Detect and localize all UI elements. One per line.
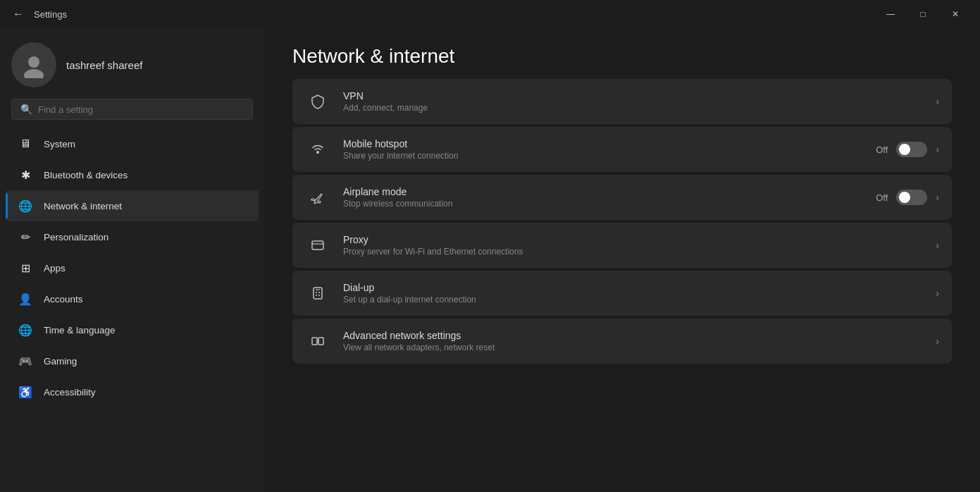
- chevron-icon-airplane: ›: [936, 192, 939, 203]
- accessibility-icon: ♿: [17, 383, 34, 400]
- sidebar-item-gaming[interactable]: 🎮 Gaming: [6, 345, 259, 376]
- setting-right-advanced: ›: [936, 336, 939, 347]
- content-area: Network & internet VPN Add, connect, man…: [264, 28, 980, 492]
- sidebar-item-bluetooth[interactable]: ✱ Bluetooth & devices: [6, 159, 259, 190]
- toggle-hotspot[interactable]: [896, 142, 927, 157]
- sidebar-nav: 🖥 System ✱ Bluetooth & devices 🌐 Network…: [0, 128, 264, 407]
- sidebar-item-accessibility[interactable]: ♿ Accessibility: [6, 376, 259, 407]
- page-title: Network & internet: [264, 28, 980, 79]
- setting-right-airplane: Off ›: [876, 190, 939, 205]
- setting-right-vpn: ›: [936, 96, 939, 107]
- svg-point-9: [316, 295, 317, 296]
- setting-title-vpn: VPN: [343, 90, 923, 102]
- user-profile[interactable]: tashreef shareef: [0, 28, 264, 99]
- svg-point-1: [24, 69, 44, 78]
- personalization-icon: ✏: [17, 228, 34, 245]
- svg-point-7: [316, 292, 317, 293]
- bluetooth-icon: ✱: [17, 166, 34, 183]
- sidebar-item-label-time: Time & language: [44, 325, 116, 336]
- svg-rect-5: [314, 288, 322, 299]
- sidebar-item-label-system: System: [44, 139, 75, 149]
- back-button[interactable]: ←: [8, 4, 28, 24]
- gaming-icon: 🎮: [17, 352, 34, 369]
- sidebar: tashreef shareef 🔍 🖥 System ✱ Bluetooth …: [0, 28, 264, 492]
- sidebar-item-personalization[interactable]: ✏ Personalization: [6, 221, 259, 252]
- hotspot-icon: [305, 137, 330, 162]
- sidebar-item-time[interactable]: 🌐 Time & language: [6, 314, 259, 345]
- setting-desc-dialup: Set up a dial-up internet connection: [343, 295, 923, 305]
- setting-row-proxy[interactable]: Proxy Proxy server for Wi-Fi and Etherne…: [292, 223, 952, 268]
- setting-right-hotspot: Off ›: [876, 142, 939, 157]
- chevron-icon-proxy: ›: [936, 240, 939, 251]
- advanced-icon: [305, 328, 330, 354]
- setting-right-dialup: ›: [936, 288, 939, 299]
- sidebar-item-label-accessibility: Accessibility: [44, 387, 96, 398]
- sidebar-item-label-bluetooth: Bluetooth & devices: [44, 170, 128, 180]
- vpn-icon: [305, 89, 330, 114]
- sidebar-item-apps[interactable]: ⊞ Apps: [6, 252, 259, 283]
- app-title: Settings: [34, 9, 67, 20]
- settings-list: VPN Add, connect, manage › Mobile hotspo…: [264, 79, 980, 392]
- svg-rect-3: [312, 241, 323, 250]
- setting-desc-vpn: Add, connect, manage: [343, 103, 923, 113]
- sidebar-item-label-apps: Apps: [44, 263, 66, 273]
- time-icon: 🌐: [17, 321, 34, 338]
- minimize-button[interactable]: —: [874, 3, 907, 25]
- setting-title-hotspot: Mobile hotspot: [343, 138, 863, 149]
- avatar: [11, 42, 56, 87]
- chevron-icon-dialup: ›: [936, 288, 939, 299]
- accounts-icon: 👤: [17, 290, 34, 307]
- setting-title-advanced: Advanced network settings: [343, 330, 923, 341]
- setting-row-vpn[interactable]: VPN Add, connect, manage ›: [292, 79, 952, 124]
- sidebar-item-label-accounts: Accounts: [44, 294, 83, 305]
- svg-rect-11: [312, 338, 317, 345]
- setting-title-dialup: Dial-up: [343, 282, 923, 293]
- chevron-icon-vpn: ›: [936, 96, 939, 107]
- setting-desc-proxy: Proxy server for Wi-Fi and Ethernet conn…: [343, 247, 923, 257]
- sidebar-item-network[interactable]: 🌐 Network & internet: [6, 190, 259, 221]
- username: tashreef shareef: [66, 59, 142, 71]
- sidebar-item-label-gaming: Gaming: [44, 356, 77, 367]
- chevron-icon-hotspot: ›: [936, 144, 939, 155]
- titlebar: ← Settings — □ ✕: [0, 0, 980, 28]
- proxy-icon: [305, 233, 330, 258]
- window-controls: — □ ✕: [874, 3, 972, 25]
- svg-point-8: [318, 292, 320, 293]
- svg-rect-12: [318, 338, 323, 345]
- setting-row-airplane[interactable]: Airplane mode Stop wireless communicatio…: [292, 175, 952, 220]
- setting-desc-airplane: Stop wireless communication: [343, 199, 863, 209]
- search-container: 🔍: [0, 99, 264, 128]
- sidebar-item-system[interactable]: 🖥 System: [6, 128, 259, 159]
- toggle-label-hotspot: Off: [876, 144, 888, 155]
- svg-point-0: [28, 56, 39, 68]
- search-box[interactable]: 🔍: [11, 99, 253, 120]
- setting-row-hotspot[interactable]: Mobile hotspot Share your internet conne…: [292, 127, 952, 172]
- setting-row-advanced[interactable]: Advanced network settings View all netwo…: [292, 319, 952, 364]
- svg-point-10: [318, 295, 320, 296]
- maximize-button[interactable]: □: [907, 3, 939, 25]
- toggle-label-airplane: Off: [876, 192, 888, 203]
- svg-point-2: [316, 151, 319, 154]
- app-body: tashreef shareef 🔍 🖥 System ✱ Bluetooth …: [0, 28, 980, 492]
- system-icon: 🖥: [17, 135, 34, 152]
- chevron-icon-advanced: ›: [936, 336, 939, 347]
- airplane-icon: [305, 185, 330, 210]
- sidebar-item-label-personalization: Personalization: [44, 232, 108, 242]
- setting-desc-hotspot: Share your internet connection: [343, 151, 863, 161]
- sidebar-item-label-network: Network & internet: [44, 201, 122, 211]
- setting-right-proxy: ›: [936, 240, 939, 251]
- search-icon: 🔍: [20, 104, 32, 115]
- setting-title-proxy: Proxy: [343, 234, 923, 245]
- setting-row-dialup[interactable]: Dial-up Set up a dial-up internet connec…: [292, 271, 952, 316]
- network-icon: 🌐: [17, 197, 34, 214]
- toggle-airplane[interactable]: [896, 190, 927, 205]
- close-button[interactable]: ✕: [939, 3, 972, 25]
- sidebar-item-accounts[interactable]: 👤 Accounts: [6, 283, 259, 314]
- setting-title-airplane: Airplane mode: [343, 186, 863, 197]
- search-input[interactable]: [38, 104, 244, 115]
- apps-icon: ⊞: [17, 259, 34, 276]
- dialup-icon: [305, 281, 330, 306]
- setting-desc-advanced: View all network adapters, network reset: [343, 343, 923, 352]
